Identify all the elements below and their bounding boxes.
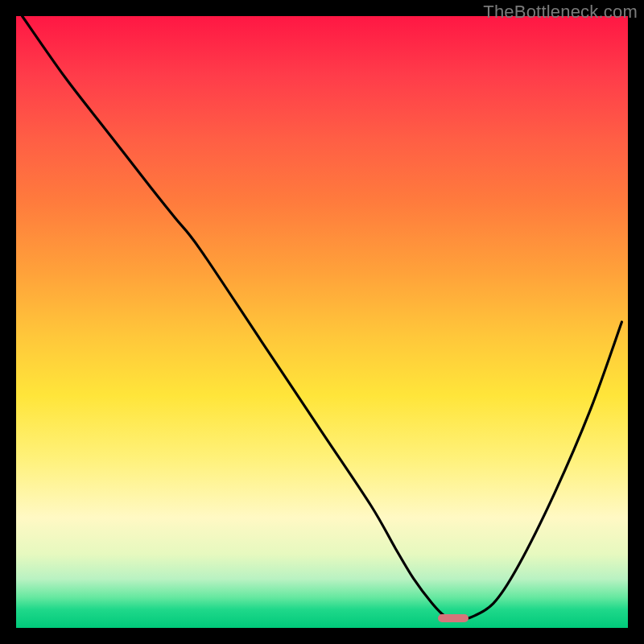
optimum-marker	[438, 614, 469, 623]
watermark-text: TheBottleneck.com	[483, 2, 638, 23]
chart-frame: TheBottleneck.com	[0, 0, 644, 644]
curve-line	[16, 16, 628, 628]
plot-area	[16, 16, 628, 628]
